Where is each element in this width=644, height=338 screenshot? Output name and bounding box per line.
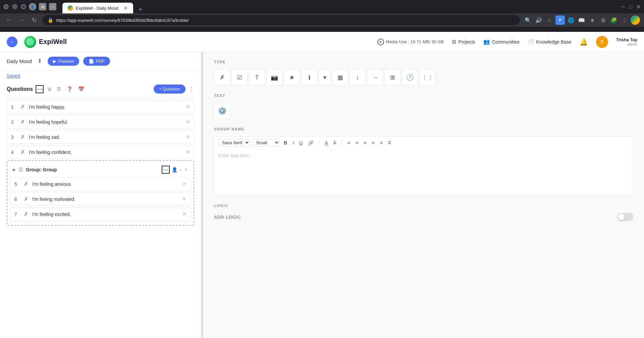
group-action-icon: ⟺ xyxy=(163,167,168,172)
question-item: 4 ✗ I'm feeling confident. ✕ xyxy=(7,145,194,159)
type-btn-dots[interactable]: ⋮⋮ xyxy=(419,69,435,86)
font-color-btn[interactable]: A xyxy=(323,139,329,146)
bold-btn[interactable]: B xyxy=(282,139,288,146)
indent-btn[interactable]: ≡ xyxy=(370,139,376,146)
projects-link[interactable]: ⊞ Projects xyxy=(452,39,475,45)
preview-button[interactable]: ▶ Preview xyxy=(48,57,79,66)
type-btn-arrow[interactable]: → xyxy=(367,69,383,86)
refresh-btn[interactable]: ↻ xyxy=(30,15,39,25)
clear-format-btn[interactable]: T̶ xyxy=(387,139,392,146)
media-use: ▶ Media Use : 10.71 MB/ 30 GB xyxy=(377,39,444,45)
remove-question-btn[interactable]: ✕ xyxy=(185,149,190,155)
maximize-button[interactable]: □ xyxy=(12,4,17,9)
window-close-btn[interactable]: ✕ xyxy=(636,4,641,10)
remove-question-btn[interactable]: ✕ xyxy=(182,196,186,202)
pdf-button[interactable]: 📄 PDF xyxy=(83,57,110,66)
remove-question-btn[interactable]: ✕ xyxy=(185,134,190,140)
remove-question-btn[interactable]: ✕ xyxy=(182,181,186,187)
group-person-btn[interactable]: 👤 xyxy=(172,167,177,172)
forward-nav-btn[interactable]: → xyxy=(17,15,26,25)
type-btn-star[interactable]: ★ xyxy=(284,69,300,86)
logic-toggle[interactable] xyxy=(617,213,633,221)
logic-row: ADD LOGIC xyxy=(214,213,633,221)
question-type-icon: ✗ xyxy=(20,104,25,110)
url-text: https://app.expiwell.com/survey/67039bd3… xyxy=(56,18,189,23)
type-btn-info[interactable]: ℹ xyxy=(301,69,317,86)
font-family-select[interactable]: Sans Serif xyxy=(218,139,250,147)
more-btn[interactable]: ⋮ xyxy=(620,15,629,25)
profile-icon[interactable]: 👤 xyxy=(29,3,36,10)
group-toggle-btn[interactable]: ▶ xyxy=(13,167,16,172)
close-button[interactable]: ✕ xyxy=(21,4,26,9)
search-btn[interactable]: 🔍 xyxy=(523,15,533,25)
ordered-list-btn[interactable]: ≡ xyxy=(354,139,360,146)
type-btn-clock[interactable]: 🕐 xyxy=(402,69,418,86)
group-remove-btn[interactable]: ✕ xyxy=(184,167,188,172)
type-btn-dropdown[interactable]: ▾ xyxy=(319,69,331,86)
logic-section-label: LOGIC xyxy=(214,204,633,208)
windows-icon[interactable]: □ xyxy=(49,3,56,10)
outdent-btn[interactable]: ≡ xyxy=(379,139,384,146)
reader-mode-btn[interactable]: 📖 xyxy=(577,15,586,25)
user-info: Trisha Tay admin xyxy=(616,37,637,46)
active-tab[interactable]: ExpiWell - Daily Mood ✕ xyxy=(62,3,133,13)
window-minimize-btn[interactable]: ─ xyxy=(621,4,625,10)
font-size-select[interactable]: Small Medium Large xyxy=(253,139,280,147)
tabs-icon[interactable]: ⊞ xyxy=(39,3,46,10)
share-button[interactable]: ⬆ xyxy=(36,56,44,66)
extensions-btn[interactable]: 🧩 xyxy=(609,15,619,25)
window-restore-btn[interactable]: □ xyxy=(629,4,632,10)
align-left-btn[interactable]: ≡ xyxy=(346,139,352,146)
extension-icon-1[interactable]: P xyxy=(555,15,565,25)
notification-bell[interactable]: 🔔 xyxy=(580,38,588,46)
question-item: 2 ✗ I'm feeling hopeful. ✕ xyxy=(7,115,194,129)
help-btn[interactable]: ❓ xyxy=(65,85,74,94)
type-btn-photo[interactable]: 📷 xyxy=(266,69,282,86)
logo-icon-inner xyxy=(26,38,34,46)
read-aloud-btn[interactable]: 🔊 xyxy=(534,15,543,25)
address-bar[interactable]: 🔒 https://app.expiwell.com/survey/67039b… xyxy=(42,15,520,25)
left-panel-toolbar: Daily Mood ⬆ ▶ Preview 📄 PDF xyxy=(0,52,201,70)
italic-btn[interactable]: I xyxy=(291,139,295,146)
copy-questions-btn[interactable]: ⧉ xyxy=(46,85,53,94)
window-controls: − □ ✕ xyxy=(3,4,26,9)
list-view-btn[interactable]: ☰ xyxy=(55,85,62,94)
group-name-section: GROUP NAME Sans Serif Small Medium Large… xyxy=(214,127,633,195)
avatar[interactable]: T xyxy=(596,36,608,48)
back-button[interactable]: ← xyxy=(7,37,17,47)
calendar-btn[interactable]: 📅 xyxy=(77,85,86,94)
link-btn[interactable]: 🔗 xyxy=(307,139,315,146)
saved-status[interactable]: Saved xyxy=(0,70,201,81)
group-add-btn[interactable]: + xyxy=(179,167,182,172)
type-btn-text[interactable]: T xyxy=(249,69,265,86)
add-question-button[interactable]: + Question xyxy=(154,84,185,94)
back-nav-btn[interactable]: ← xyxy=(4,15,13,25)
test-preview: ⚙️ xyxy=(214,103,230,119)
highlight-btn[interactable]: Ā xyxy=(332,139,337,146)
type-btn-checkbox[interactable]: ✗ xyxy=(214,69,230,86)
question-number: 7 xyxy=(14,212,20,217)
remove-question-btn[interactable]: ✕ xyxy=(182,211,186,217)
communities-link[interactable]: 👥 Communities xyxy=(483,39,520,45)
bookmark-btn[interactable]: ☆ xyxy=(545,15,554,25)
text-editor-toolbar: Sans Serif Small Medium Large B I U 🔗 A … xyxy=(214,136,633,149)
question-text: I'm feeling excited. xyxy=(32,212,178,217)
extension-btn[interactable]: 🌐 xyxy=(566,15,576,25)
type-btn-grid[interactable]: ▦ xyxy=(332,69,348,86)
favorites-btn[interactable]: ★ xyxy=(588,15,597,25)
knowledge-base-link[interactable]: 📄 Knowledge Base xyxy=(528,39,572,45)
underline-btn[interactable]: U xyxy=(298,139,304,146)
unordered-list-btn[interactable]: ≡ xyxy=(362,139,368,146)
new-tab-button[interactable]: + xyxy=(136,6,145,13)
type-btn-table[interactable]: ⊞ xyxy=(384,69,400,86)
tab-close-icon[interactable]: ✕ xyxy=(124,5,128,11)
minimize-button[interactable]: − xyxy=(3,4,9,9)
type-btn-vertical[interactable]: ↕ xyxy=(350,69,366,86)
collections-btn[interactable]: ⊞ xyxy=(598,15,608,25)
type-btn-check[interactable]: ☑ xyxy=(231,69,248,86)
remove-question-btn[interactable]: ✕ xyxy=(185,119,190,125)
question-text: I'm feeing motivated. xyxy=(32,196,178,202)
text-area-container[interactable]: Enter text here... xyxy=(214,149,633,195)
more-options-btn[interactable]: ⋮ xyxy=(188,86,194,93)
remove-question-btn[interactable]: ✕ xyxy=(185,104,190,110)
